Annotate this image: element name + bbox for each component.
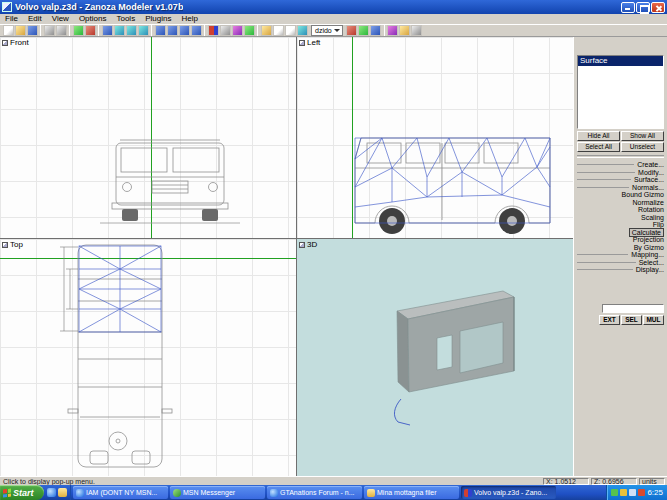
close-button[interactable] (651, 2, 665, 13)
tree-item-scaling[interactable]: Scaling (577, 214, 664, 222)
taskbar-item-label: Mina mottagna filer (377, 489, 437, 496)
viewport-icon (2, 242, 8, 248)
open-file-icon[interactable] (15, 25, 26, 36)
maximize-button[interactable] (636, 2, 650, 13)
menu-file[interactable]: File (0, 14, 23, 24)
scale-icon[interactable] (138, 25, 149, 36)
tray-antivirus-icon[interactable] (638, 489, 645, 496)
viewport-top[interactable]: Top (0, 239, 296, 476)
undo-icon[interactable] (73, 25, 84, 36)
snap-grid-icon[interactable] (220, 25, 231, 36)
sel-mode-button[interactable]: SEL (621, 315, 642, 325)
menu-options[interactable]: Options (74, 14, 112, 24)
tray-messenger-icon[interactable] (611, 489, 618, 496)
quicklaunch-desktop-icon[interactable] (58, 488, 67, 497)
edges-mode-icon[interactable] (167, 25, 178, 36)
mirror-icon[interactable] (232, 25, 243, 36)
magnet-icon[interactable] (208, 25, 219, 36)
top-blueprint-drawing (0, 239, 296, 476)
objects-mode-icon[interactable] (191, 25, 202, 36)
toolbar: dzido (0, 24, 667, 37)
material-editor-icon[interactable] (387, 25, 398, 36)
left-blueprint-drawing (297, 37, 573, 238)
weld-icon[interactable] (244, 25, 255, 36)
tree-item-calculate[interactable]: Calculate (577, 229, 664, 237)
objects-list[interactable]: Surface (577, 55, 664, 129)
taskbar-item-active[interactable]: Volvo valp.z3d - Zano... (461, 486, 556, 499)
show-all-button[interactable]: Show All (621, 131, 664, 141)
quicklaunch-browser-icon[interactable] (47, 488, 56, 497)
tray-volume-icon[interactable] (620, 489, 627, 496)
vertices-mode-icon[interactable] (155, 25, 166, 36)
plugin-combo[interactable]: dzido (311, 25, 343, 36)
status-bar: Click to display pop-up menu. X: 1.0512 … (0, 476, 667, 485)
unselect-button[interactable]: Unselect (621, 142, 664, 152)
taskbar-item[interactable]: MSN Messenger (170, 486, 265, 499)
taskbar: Start IAM (DONT NY MSN... MSN Messenger … (0, 485, 667, 500)
ext-mode-button[interactable]: EXT (599, 315, 620, 325)
viewport-front-label[interactable]: Front (2, 38, 29, 47)
start-button[interactable]: Start (0, 485, 44, 500)
settings-icon[interactable] (411, 25, 422, 36)
zmodeler-app-icon (464, 489, 472, 497)
pan-icon[interactable] (285, 25, 296, 36)
move-icon[interactable] (114, 25, 125, 36)
tree-item-display[interactable]: Display... (577, 266, 664, 274)
tree-item-create[interactable]: Create... (577, 161, 664, 169)
hide-all-button[interactable]: Hide All (577, 131, 620, 141)
taskbar-item-label: Volvo valp.z3d - Zano... (474, 489, 547, 496)
taskbar-item[interactable]: GTAnations Forum - n... (267, 486, 362, 499)
taskbar-item[interactable]: IAM (DONT NY MSN... (73, 486, 168, 499)
tree-item-modify[interactable]: Modify... (577, 169, 664, 177)
polygons-mode-icon[interactable] (179, 25, 190, 36)
tree-item-rotation[interactable]: Rotation (577, 206, 664, 214)
mul-mode-button[interactable]: MUL (643, 315, 664, 325)
menu-tools[interactable]: Tools (111, 14, 140, 24)
taskbar-item-label: IAM (DONT NY MSN... (86, 489, 157, 496)
zoom-icon[interactable] (273, 25, 284, 36)
taskbar-item-label: GTAnations Forum - n... (280, 489, 355, 496)
redo-icon[interactable] (85, 25, 96, 36)
axis-x-icon[interactable] (346, 25, 357, 36)
viewport-left[interactable]: Left (297, 37, 573, 238)
menu-edit[interactable]: Edit (23, 14, 47, 24)
tray-network-icon[interactable] (629, 489, 636, 496)
viewport-left-label[interactable]: Left (299, 38, 320, 47)
viewport-name: 3D (307, 240, 317, 249)
save-file-icon[interactable] (27, 25, 38, 36)
import-icon[interactable] (44, 25, 55, 36)
minimize-button[interactable] (621, 2, 635, 13)
orbit-view-icon[interactable] (297, 25, 308, 36)
viewport-top-label[interactable]: Top (2, 240, 23, 249)
new-file-icon[interactable] (3, 25, 14, 36)
tree-item-by-gizmo[interactable]: By Gizmo (577, 244, 664, 252)
select-all-button[interactable]: Select All (577, 142, 620, 152)
menu-view[interactable]: View (47, 14, 74, 24)
taskbar-item[interactable]: Mina mottagna filer (364, 486, 459, 499)
menu-plugins[interactable]: Plugins (140, 14, 176, 24)
axis-y-icon[interactable] (358, 25, 369, 36)
title-bar: Volvo valp.z3d - Zanoza Modeler v1.07b (0, 0, 667, 14)
tree-item-projection[interactable]: Projection (577, 236, 664, 244)
axis-z-icon[interactable] (370, 25, 381, 36)
select-mode-icon[interactable] (102, 25, 113, 36)
tree-item-select[interactable]: Select... (577, 259, 664, 267)
rotate-icon[interactable] (126, 25, 137, 36)
viewport-3d-label[interactable]: 3D (299, 240, 317, 249)
toolbar-separator (98, 25, 99, 36)
tree-item-surface[interactable]: Surface... (577, 176, 664, 184)
viewport-name: Front (10, 38, 29, 47)
export-icon[interactable] (56, 25, 67, 36)
viewport-front[interactable]: Front (0, 37, 296, 238)
tree-item-mapping[interactable]: Mapping... (577, 251, 664, 259)
browser-window-icon (270, 489, 278, 497)
object-list-item[interactable]: Surface (578, 56, 663, 66)
menu-help[interactable]: Help (176, 14, 202, 24)
viewport-icon (2, 40, 8, 46)
views-layout-icon[interactable] (261, 25, 272, 36)
tree-item-normalize[interactable]: Normalize (577, 199, 664, 207)
render-icon[interactable] (399, 25, 410, 36)
viewport-3d[interactable]: 3D (297, 239, 573, 476)
tree-item-normals[interactable]: Normals... (577, 184, 664, 192)
tree-item-bound-gizmo[interactable]: Bound Gizmo (577, 191, 664, 199)
